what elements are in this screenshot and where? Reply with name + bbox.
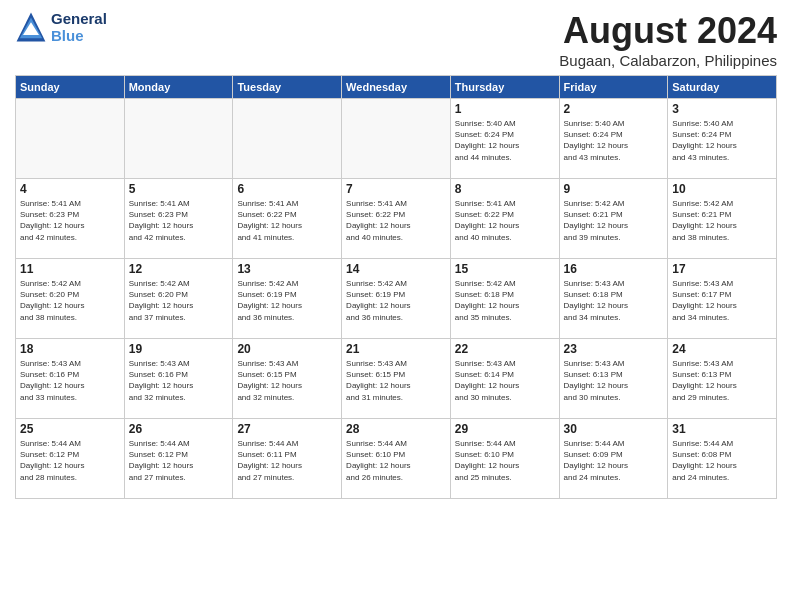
calendar-cell: 6Sunrise: 5:41 AM Sunset: 6:22 PM Daylig… xyxy=(233,179,342,259)
weekday-header-sunday: Sunday xyxy=(16,76,125,99)
calendar-cell: 31Sunrise: 5:44 AM Sunset: 6:08 PM Dayli… xyxy=(668,419,777,499)
day-info: Sunrise: 5:41 AM Sunset: 6:22 PM Dayligh… xyxy=(346,198,446,243)
day-info: Sunrise: 5:40 AM Sunset: 6:24 PM Dayligh… xyxy=(672,118,772,163)
calendar-cell xyxy=(16,99,125,179)
day-number: 29 xyxy=(455,422,555,436)
day-number: 18 xyxy=(20,342,120,356)
day-number: 16 xyxy=(564,262,664,276)
day-number: 13 xyxy=(237,262,337,276)
calendar-cell: 18Sunrise: 5:43 AM Sunset: 6:16 PM Dayli… xyxy=(16,339,125,419)
day-number: 19 xyxy=(129,342,229,356)
day-number: 11 xyxy=(20,262,120,276)
calendar-cell: 16Sunrise: 5:43 AM Sunset: 6:18 PM Dayli… xyxy=(559,259,668,339)
logo-text: General Blue xyxy=(51,10,107,44)
day-number: 30 xyxy=(564,422,664,436)
day-number: 26 xyxy=(129,422,229,436)
calendar-week-1: 4Sunrise: 5:41 AM Sunset: 6:23 PM Daylig… xyxy=(16,179,777,259)
calendar-cell: 24Sunrise: 5:43 AM Sunset: 6:13 PM Dayli… xyxy=(668,339,777,419)
calendar-cell: 30Sunrise: 5:44 AM Sunset: 6:09 PM Dayli… xyxy=(559,419,668,499)
day-info: Sunrise: 5:41 AM Sunset: 6:22 PM Dayligh… xyxy=(237,198,337,243)
calendar-cell: 26Sunrise: 5:44 AM Sunset: 6:12 PM Dayli… xyxy=(124,419,233,499)
day-info: Sunrise: 5:44 AM Sunset: 6:09 PM Dayligh… xyxy=(564,438,664,483)
logo: General Blue xyxy=(15,10,107,44)
calendar-cell: 19Sunrise: 5:43 AM Sunset: 6:16 PM Dayli… xyxy=(124,339,233,419)
calendar-cell: 1Sunrise: 5:40 AM Sunset: 6:24 PM Daylig… xyxy=(450,99,559,179)
day-number: 5 xyxy=(129,182,229,196)
calendar-cell: 10Sunrise: 5:42 AM Sunset: 6:21 PM Dayli… xyxy=(668,179,777,259)
calendar-cell: 2Sunrise: 5:40 AM Sunset: 6:24 PM Daylig… xyxy=(559,99,668,179)
day-number: 21 xyxy=(346,342,446,356)
day-number: 20 xyxy=(237,342,337,356)
weekday-header-row: SundayMondayTuesdayWednesdayThursdayFrid… xyxy=(16,76,777,99)
day-info: Sunrise: 5:42 AM Sunset: 6:21 PM Dayligh… xyxy=(672,198,772,243)
day-number: 9 xyxy=(564,182,664,196)
day-info: Sunrise: 5:43 AM Sunset: 6:13 PM Dayligh… xyxy=(672,358,772,403)
weekday-header-thursday: Thursday xyxy=(450,76,559,99)
weekday-header-monday: Monday xyxy=(124,76,233,99)
day-number: 27 xyxy=(237,422,337,436)
calendar-cell: 28Sunrise: 5:44 AM Sunset: 6:10 PM Dayli… xyxy=(342,419,451,499)
day-info: Sunrise: 5:43 AM Sunset: 6:16 PM Dayligh… xyxy=(20,358,120,403)
calendar-cell: 12Sunrise: 5:42 AM Sunset: 6:20 PM Dayli… xyxy=(124,259,233,339)
calendar-cell: 4Sunrise: 5:41 AM Sunset: 6:23 PM Daylig… xyxy=(16,179,125,259)
day-info: Sunrise: 5:43 AM Sunset: 6:15 PM Dayligh… xyxy=(346,358,446,403)
day-info: Sunrise: 5:44 AM Sunset: 6:12 PM Dayligh… xyxy=(20,438,120,483)
calendar-cell: 22Sunrise: 5:43 AM Sunset: 6:14 PM Dayli… xyxy=(450,339,559,419)
calendar-cell: 23Sunrise: 5:43 AM Sunset: 6:13 PM Dayli… xyxy=(559,339,668,419)
month-title: August 2024 xyxy=(559,10,777,52)
day-info: Sunrise: 5:43 AM Sunset: 6:17 PM Dayligh… xyxy=(672,278,772,323)
calendar-cell: 13Sunrise: 5:42 AM Sunset: 6:19 PM Dayli… xyxy=(233,259,342,339)
day-info: Sunrise: 5:42 AM Sunset: 6:20 PM Dayligh… xyxy=(129,278,229,323)
calendar-cell: 3Sunrise: 5:40 AM Sunset: 6:24 PM Daylig… xyxy=(668,99,777,179)
day-number: 6 xyxy=(237,182,337,196)
day-info: Sunrise: 5:42 AM Sunset: 6:20 PM Dayligh… xyxy=(20,278,120,323)
day-number: 12 xyxy=(129,262,229,276)
day-info: Sunrise: 5:43 AM Sunset: 6:18 PM Dayligh… xyxy=(564,278,664,323)
day-info: Sunrise: 5:44 AM Sunset: 6:10 PM Dayligh… xyxy=(346,438,446,483)
day-number: 2 xyxy=(564,102,664,116)
location-title: Bugaan, Calabarzon, Philippines xyxy=(559,52,777,69)
logo-icon xyxy=(15,11,47,43)
calendar-cell: 11Sunrise: 5:42 AM Sunset: 6:20 PM Dayli… xyxy=(16,259,125,339)
day-number: 31 xyxy=(672,422,772,436)
day-info: Sunrise: 5:44 AM Sunset: 6:12 PM Dayligh… xyxy=(129,438,229,483)
day-info: Sunrise: 5:43 AM Sunset: 6:14 PM Dayligh… xyxy=(455,358,555,403)
calendar-cell: 25Sunrise: 5:44 AM Sunset: 6:12 PM Dayli… xyxy=(16,419,125,499)
day-number: 28 xyxy=(346,422,446,436)
weekday-header-friday: Friday xyxy=(559,76,668,99)
day-number: 17 xyxy=(672,262,772,276)
day-number: 24 xyxy=(672,342,772,356)
calendar-week-4: 25Sunrise: 5:44 AM Sunset: 6:12 PM Dayli… xyxy=(16,419,777,499)
calendar-cell: 5Sunrise: 5:41 AM Sunset: 6:23 PM Daylig… xyxy=(124,179,233,259)
calendar-cell: 29Sunrise: 5:44 AM Sunset: 6:10 PM Dayli… xyxy=(450,419,559,499)
calendar-cell: 14Sunrise: 5:42 AM Sunset: 6:19 PM Dayli… xyxy=(342,259,451,339)
day-number: 4 xyxy=(20,182,120,196)
day-info: Sunrise: 5:41 AM Sunset: 6:23 PM Dayligh… xyxy=(20,198,120,243)
day-number: 14 xyxy=(346,262,446,276)
day-number: 10 xyxy=(672,182,772,196)
day-info: Sunrise: 5:42 AM Sunset: 6:19 PM Dayligh… xyxy=(237,278,337,323)
day-info: Sunrise: 5:40 AM Sunset: 6:24 PM Dayligh… xyxy=(455,118,555,163)
page-container: General Blue August 2024 Bugaan, Calabar… xyxy=(0,0,792,509)
day-info: Sunrise: 5:43 AM Sunset: 6:13 PM Dayligh… xyxy=(564,358,664,403)
calendar-cell: 8Sunrise: 5:41 AM Sunset: 6:22 PM Daylig… xyxy=(450,179,559,259)
day-info: Sunrise: 5:43 AM Sunset: 6:15 PM Dayligh… xyxy=(237,358,337,403)
day-number: 1 xyxy=(455,102,555,116)
day-number: 23 xyxy=(564,342,664,356)
day-info: Sunrise: 5:41 AM Sunset: 6:22 PM Dayligh… xyxy=(455,198,555,243)
calendar-cell: 9Sunrise: 5:42 AM Sunset: 6:21 PM Daylig… xyxy=(559,179,668,259)
day-number: 7 xyxy=(346,182,446,196)
day-info: Sunrise: 5:41 AM Sunset: 6:23 PM Dayligh… xyxy=(129,198,229,243)
day-number: 25 xyxy=(20,422,120,436)
day-info: Sunrise: 5:44 AM Sunset: 6:10 PM Dayligh… xyxy=(455,438,555,483)
calendar-table: SundayMondayTuesdayWednesdayThursdayFrid… xyxy=(15,75,777,499)
day-info: Sunrise: 5:44 AM Sunset: 6:11 PM Dayligh… xyxy=(237,438,337,483)
calendar-cell: 20Sunrise: 5:43 AM Sunset: 6:15 PM Dayli… xyxy=(233,339,342,419)
title-block: August 2024 Bugaan, Calabarzon, Philippi… xyxy=(559,10,777,69)
weekday-header-saturday: Saturday xyxy=(668,76,777,99)
day-info: Sunrise: 5:40 AM Sunset: 6:24 PM Dayligh… xyxy=(564,118,664,163)
header: General Blue August 2024 Bugaan, Calabar… xyxy=(15,10,777,69)
day-info: Sunrise: 5:43 AM Sunset: 6:16 PM Dayligh… xyxy=(129,358,229,403)
calendar-cell: 7Sunrise: 5:41 AM Sunset: 6:22 PM Daylig… xyxy=(342,179,451,259)
calendar-cell xyxy=(124,99,233,179)
